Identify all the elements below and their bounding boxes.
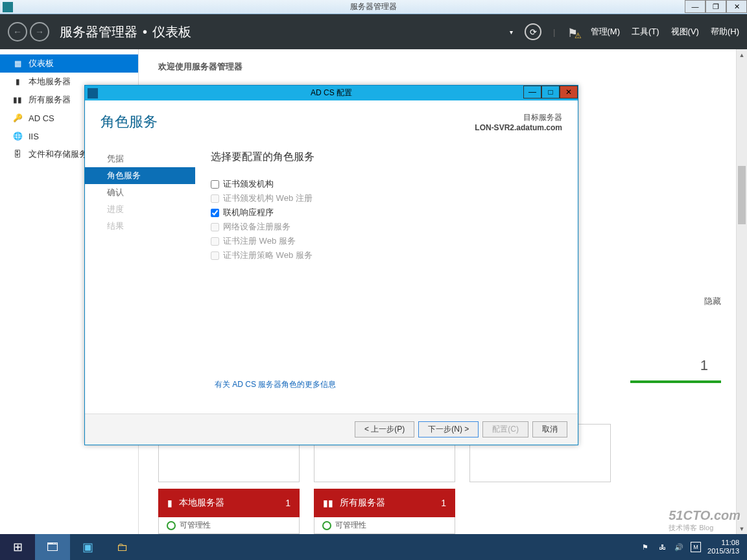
tile-title: 所有服务器 [340, 497, 385, 509]
checkbox [211, 223, 219, 231]
prev-button[interactable]: < 上一步(P) [355, 421, 414, 438]
count-value: 1 [700, 357, 708, 374]
option-label: 证书颁发机构 [223, 178, 274, 190]
window-title-bar: 服务器管理器 — ❐ ✕ [0, 0, 747, 14]
sidebar-item-label: 仪表板 [29, 58, 54, 69]
servers-icon: ▮▮ [323, 498, 333, 508]
status-ok-icon [322, 521, 331, 530]
checkbox[interactable] [211, 180, 219, 189]
hide-link[interactable]: 隐藏 [704, 296, 721, 307]
sidebar-item-label: 所有服务器 [29, 94, 71, 106]
tray-network-icon[interactable]: 🖧 [657, 542, 667, 552]
breadcrumb: 服务器管理器 • 仪表板 [60, 23, 191, 41]
tile-count: 1 [441, 498, 446, 508]
storage-icon: 🗄 [13, 150, 22, 159]
tray-time: 11:08 [707, 539, 739, 547]
tray-date: 2015/3/13 [707, 547, 739, 555]
menu-view[interactable]: 视图(V) [671, 26, 699, 38]
option-label: 证书注册策略 Web 服务 [223, 250, 313, 261]
maximize-button[interactable]: ❐ [706, 0, 726, 13]
checkbox [211, 194, 219, 203]
breadcrumb-page: 仪表板 [152, 23, 191, 41]
sidebar-item-label: 文件和存储服务 [29, 148, 88, 160]
nav-step-credentials[interactable]: 凭据 [99, 150, 195, 167]
menu-tools[interactable]: 工具(T) [632, 26, 659, 38]
start-button[interactable]: ⊞ [0, 534, 35, 560]
tray-ime-icon[interactable]: M [691, 542, 701, 552]
option-ca[interactable]: 证书颁发机构 [211, 177, 562, 191]
server-icon: ▮ [167, 498, 172, 508]
more-info-link[interactable]: 有关 AD CS 服务器角色的更多信息 [215, 379, 336, 390]
scroll-thumb[interactable] [738, 166, 746, 224]
tile-title: 本地服务器 [179, 497, 224, 509]
sidebar-item-dashboard[interactable]: ▦仪表板 [0, 54, 138, 73]
dialog-title-bar: AD CS 配置 — □ ✕ [85, 86, 578, 100]
close-button[interactable]: ✕ [726, 0, 747, 13]
tray-flag-icon[interactable]: ⚑ [640, 542, 650, 552]
notifications-icon[interactable] [567, 26, 579, 38]
checkbox [211, 237, 219, 246]
tile-sub[interactable]: 可管理性 [314, 517, 455, 534]
system-tray: ⚑ 🖧 🔊 M 11:08 2015/3/13 [640, 539, 747, 555]
checkbox [211, 251, 219, 260]
dialog-close-button[interactable]: ✕ [560, 86, 578, 99]
separator: | [553, 27, 555, 37]
watermark: 51CTO.com 技术博客 Blog [669, 508, 741, 533]
adcs-config-dialog: AD CS 配置 — □ ✕ 角色服务 目标服务器 LON-SVR2.adatu… [84, 85, 578, 445]
dialog-icon [88, 88, 98, 99]
dialog-header: 角色服务 目标服务器 LON-SVR2.adatum.com [85, 100, 578, 137]
servers-icon: ▮▮ [13, 95, 22, 104]
scrollbar[interactable]: ▲ ▼ [736, 49, 747, 534]
minimize-button[interactable]: — [685, 0, 706, 13]
dropdown-icon[interactable]: ▾ [510, 29, 513, 36]
tile-sub-label: 可管理性 [180, 520, 211, 531]
option-label: 网络设备注册服务 [223, 221, 290, 233]
tile-sub[interactable]: 可管理性 [158, 517, 300, 534]
tray-volume-icon[interactable]: 🔊 [674, 542, 684, 552]
taskbar: ⊞ 🗔 ▣ 🗀 ⚑ 🖧 🔊 M 11:08 2015/3/13 [0, 534, 747, 560]
option-cep: 证书注册策略 Web 服务 [211, 248, 562, 262]
task-powershell[interactable]: ▣ [70, 534, 105, 560]
dashboard-icon: ▦ [13, 59, 22, 68]
tile-local-server[interactable]: ▮ 本地服务器 1 [158, 489, 300, 517]
sidebar-item-label: IIS [29, 132, 39, 141]
nav-step-confirm[interactable]: 确认 [99, 184, 195, 201]
nav-step-progress: 进度 [99, 201, 195, 218]
dialog-body: 凭据 角色服务 确认 进度 结果 选择要配置的角色服务 证书颁发机构 证书颁发机… [85, 137, 578, 414]
dialog-maximize-button[interactable]: □ [541, 86, 560, 99]
dialog-footer: < 上一步(P) 下一步(N) > 配置(C) 取消 [85, 414, 578, 445]
option-ocsp[interactable]: 联机响应程序 [211, 205, 562, 220]
menu-help[interactable]: 帮助(H) [711, 26, 739, 38]
tile-sub-label: 可管理性 [335, 520, 366, 531]
dialog-title: AD CS 配置 [311, 88, 352, 99]
nav-forward-button[interactable]: → [30, 22, 49, 41]
task-server-manager[interactable]: 🗔 [35, 534, 70, 560]
cancel-button[interactable]: 取消 [532, 421, 567, 438]
tray-clock[interactable]: 11:08 2015/3/13 [707, 539, 739, 555]
option-ces: 证书注册 Web 服务 [211, 234, 562, 248]
dialog-nav: 凭据 角色服务 确认 进度 结果 [85, 137, 195, 414]
nav-back-button[interactable]: ← [8, 22, 27, 41]
tile-all-servers[interactable]: ▮▮ 所有服务器 1 [314, 489, 455, 517]
task-explorer[interactable]: 🗀 [105, 534, 140, 560]
option-label: 证书颁发机构 Web 注册 [223, 192, 313, 204]
target-label: 目标服务器 [475, 112, 562, 123]
option-label: 证书注册 Web 服务 [223, 235, 296, 247]
scroll-up-icon[interactable]: ▲ [737, 49, 747, 60]
option-ndes: 网络设备注册服务 [211, 220, 562, 234]
option-label: 联机响应程序 [223, 207, 274, 218]
breadcrumb-separator: • [143, 25, 147, 40]
iis-icon: 🌐 [13, 132, 22, 141]
nav-step-role-services[interactable]: 角色服务 [85, 167, 195, 184]
tile-count: 1 [285, 498, 290, 508]
breadcrumb-app: 服务器管理器 [60, 23, 137, 41]
next-button[interactable]: 下一步(N) > [418, 421, 479, 438]
menu-manage[interactable]: 管理(M) [591, 26, 621, 38]
target-info: 目标服务器 LON-SVR2.adatum.com [475, 112, 562, 132]
checkbox[interactable] [211, 209, 219, 217]
welcome-heading: 欢迎使用服务器管理器 [158, 61, 728, 73]
refresh-button[interactable]: ⟳ [525, 23, 541, 40]
cert-icon: 🔑 [13, 113, 22, 122]
dialog-minimize-button[interactable]: — [523, 86, 541, 99]
section-title: 选择要配置的角色服务 [211, 150, 562, 164]
